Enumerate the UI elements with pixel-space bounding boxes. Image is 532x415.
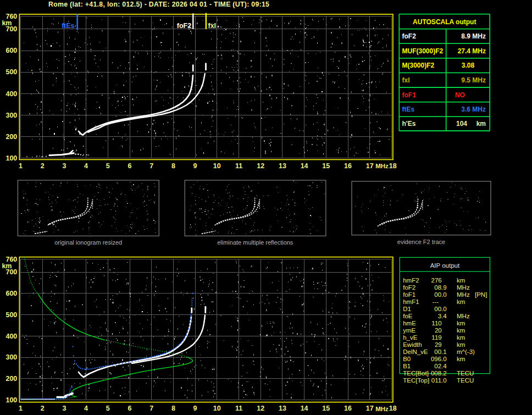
svg-text:2: 2: [41, 162, 45, 170]
svg-text:9: 9: [193, 405, 197, 412]
svg-text:4: 4: [84, 162, 88, 170]
svg-text:13: 13: [279, 162, 286, 170]
svg-text:MHz: MHz: [457, 313, 470, 319]
svg-text:km: km: [457, 334, 465, 341]
svg-text:km: km: [2, 262, 12, 270]
svg-text:11: 11: [235, 162, 242, 170]
svg-text:14: 14: [301, 405, 308, 412]
svg-text:15: 15: [322, 162, 330, 170]
svg-text:MHz: MHz: [375, 163, 389, 169]
svg-text:5: 5: [106, 405, 110, 412]
svg-text:27.4 MHz: 27.4 MHz: [458, 47, 486, 55]
svg-text:8: 8: [171, 162, 175, 170]
svg-text:ftEs: ftEs: [402, 106, 415, 113]
svg-text:MHz: MHz: [457, 291, 470, 298]
svg-text:m^(-3): m^(-3): [457, 348, 475, 355]
svg-text:3: 3: [62, 405, 66, 412]
svg-text:[PN]: [PN]: [475, 291, 487, 298]
svg-text:fxI: fxI: [402, 76, 410, 84]
svg-text:300: 300: [5, 353, 17, 361]
svg-text:00.1: 00.1: [434, 348, 446, 355]
svg-text:18: 18: [389, 405, 397, 412]
svg-text:h_vE: h_vE: [403, 334, 418, 341]
svg-text:6: 6: [128, 162, 132, 170]
svg-text:15: 15: [322, 405, 330, 412]
svg-text:hmE: hmE: [403, 320, 416, 327]
svg-text:eliminate multiple reflections: eliminate multiple reflections: [217, 239, 293, 246]
svg-text:km: km: [457, 320, 465, 327]
svg-text:MUF(3000)F2: MUF(3000)F2: [402, 47, 444, 55]
svg-text:3: 3: [62, 162, 66, 170]
svg-text:MHz: MHz: [457, 284, 470, 291]
svg-text:096.0: 096.0: [431, 356, 447, 362]
svg-text:104 km: 104 km: [456, 120, 486, 128]
svg-text:16: 16: [344, 405, 352, 412]
svg-text:foE: foE: [403, 313, 413, 319]
svg-text:1: 1: [19, 162, 23, 170]
svg-text:08.9: 08.9: [434, 284, 446, 291]
svg-text:ftEs: ftEs: [62, 22, 75, 30]
svg-text:TEC[Bot]: TEC[Bot]: [403, 370, 429, 377]
svg-text:6: 6: [128, 405, 132, 412]
svg-text:Rome (lat: +41.8, lon: 012.5): Rome (lat: +41.8, lon: 012.5) - DATE: 20…: [48, 1, 269, 8]
svg-text:12: 12: [257, 405, 264, 412]
svg-text:ymE: ymE: [403, 327, 415, 334]
svg-text:8: 8: [171, 405, 175, 412]
svg-text:DelN_vE: DelN_vE: [403, 348, 428, 355]
svg-text:13: 13: [279, 405, 286, 412]
svg-text:100: 100: [5, 396, 17, 404]
svg-text:600: 600: [5, 290, 17, 297]
svg-text:11: 11: [235, 405, 242, 412]
svg-text:00.0: 00.0: [434, 306, 446, 312]
svg-text:9.5 MHz: 9.5 MHz: [461, 76, 486, 84]
svg-text:original ionogram resized: original ionogram resized: [54, 239, 122, 246]
svg-text:17: 17: [366, 405, 374, 412]
svg-text:02.4: 02.4: [434, 363, 447, 369]
svg-text:hmF1: hmF1: [403, 298, 419, 305]
svg-text:TECU: TECU: [457, 370, 474, 377]
svg-text:8.9 MHz: 8.9 MHz: [461, 32, 486, 40]
svg-text:h'Es: h'Es: [402, 120, 416, 128]
svg-text:fxI: fxI: [208, 22, 217, 30]
svg-text:km: km: [457, 298, 465, 305]
svg-text:km: km: [457, 341, 465, 348]
svg-text:500: 500: [5, 311, 17, 319]
svg-text:foF2: foF2: [402, 32, 417, 40]
svg-text:200: 200: [5, 375, 17, 383]
svg-text:008.2: 008.2: [431, 370, 447, 377]
svg-text:3.6 MHz: 3.6 MHz: [461, 106, 486, 113]
svg-text:17: 17: [366, 162, 374, 170]
svg-text:AIP output: AIP output: [430, 262, 460, 269]
svg-text:119: 119: [431, 334, 441, 341]
svg-text:TECU: TECU: [457, 377, 474, 384]
svg-text:km: km: [457, 277, 465, 284]
svg-text:400: 400: [5, 333, 17, 340]
svg-text:hmF2: hmF2: [403, 277, 419, 284]
svg-text:00.0: 00.0: [434, 291, 446, 298]
svg-text:B0: B0: [403, 356, 411, 362]
svg-text:400: 400: [5, 90, 17, 98]
svg-text:7: 7: [149, 162, 153, 170]
svg-text:km: km: [2, 19, 12, 27]
svg-text:500: 500: [5, 68, 17, 76]
svg-text:5: 5: [106, 162, 110, 170]
svg-text:1: 1: [19, 405, 23, 412]
svg-text:12: 12: [257, 162, 264, 170]
svg-text:---: ---: [433, 298, 439, 305]
svg-text:B1: B1: [403, 363, 411, 369]
svg-text:MHz: MHz: [375, 406, 389, 412]
svg-text:29: 29: [435, 341, 442, 348]
svg-text:16: 16: [344, 162, 352, 170]
svg-text:AUTOSCALA output: AUTOSCALA output: [413, 18, 476, 26]
svg-text:9: 9: [193, 162, 197, 170]
svg-text:evidence F2 trace: evidence F2 trace: [397, 239, 445, 245]
svg-text:7: 7: [149, 405, 153, 412]
svg-text:4: 4: [84, 405, 88, 412]
svg-text:10: 10: [213, 162, 221, 170]
svg-text:3.08: 3.08: [462, 62, 475, 69]
svg-text:km: km: [457, 327, 465, 334]
svg-text:TEC[Top]: TEC[Top]: [403, 377, 429, 384]
svg-text:M(3000)F2: M(3000)F2: [402, 62, 435, 69]
svg-text:110: 110: [431, 320, 441, 327]
svg-text:foF2: foF2: [177, 22, 191, 30]
